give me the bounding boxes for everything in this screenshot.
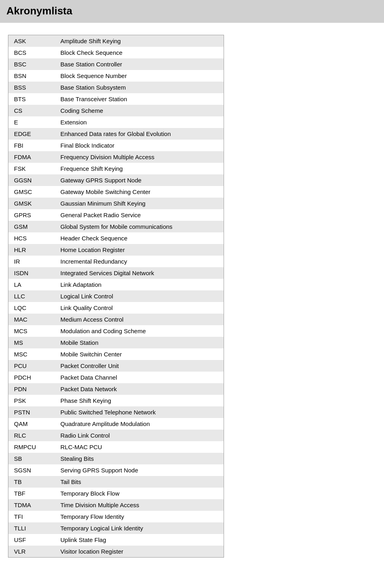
acronym-description: Mobile Station — [56, 337, 224, 348]
acronym-code: QAM — [8, 418, 56, 430]
acronym-code: RMPCU — [8, 441, 56, 453]
acronym-code: BCS — [8, 47, 56, 58]
acronym-description: Block Check Sequence — [56, 47, 224, 58]
table-row: BSNBlock Sequence Number — [8, 70, 224, 82]
table-row: GSMGlobal System for Mobile communicatio… — [8, 221, 224, 232]
acronym-code: PSK — [8, 395, 56, 406]
acronym-description: Packet Data Network — [56, 383, 224, 395]
acronym-code: BTS — [8, 93, 56, 105]
acronym-code: MSC — [8, 348, 56, 360]
acronym-description: Public Switched Telephone Network — [56, 406, 224, 418]
table-row: QAMQuadrature Amplitude Modulation — [8, 418, 224, 430]
acronym-code: PDN — [8, 383, 56, 395]
acronym-code: PCU — [8, 360, 56, 372]
acronym-description: Temporary Block Flow — [56, 488, 224, 499]
table-row: ISDNIntegrated Services Digital Network — [8, 267, 224, 279]
table-row: PDCHPacket Data Channel — [8, 372, 224, 383]
table-row: MCSModulation and Coding Scheme — [8, 325, 224, 337]
acronym-code: CS — [8, 105, 56, 116]
table-row: PSTNPublic Switched Telephone Network — [8, 406, 224, 418]
table-row: LQCLink Quality Control — [8, 302, 224, 314]
acronym-description: Gateway GPRS Support Node — [56, 174, 224, 186]
acronym-code: TLLI — [8, 522, 56, 534]
table-row: TFITemporary Flow Identity — [8, 511, 224, 522]
acronym-code: PDCH — [8, 372, 56, 383]
acronym-description: Phase Shift Keying — [56, 395, 224, 406]
acronym-code: RLC — [8, 430, 56, 441]
table-row: VLRVisitor location Register — [8, 546, 224, 557]
acronym-description: Tail Bits — [56, 476, 224, 488]
acronym-description: Global System for Mobile communications — [56, 221, 224, 232]
acronym-description: Quadrature Amplitude Modulation — [56, 418, 224, 430]
acronym-description: Base Station Subsystem — [56, 82, 224, 93]
table-row: SBStealing Bits — [8, 453, 224, 464]
acronym-description: Amplitude Shift Keying — [56, 35, 224, 47]
table-row: TBFTemporary Block Flow — [8, 488, 224, 499]
acronym-code: ASK — [8, 35, 56, 47]
acronym-code: IR — [8, 256, 56, 267]
acronym-description: Time Division Multiple Access — [56, 499, 224, 511]
table-row: SGSNServing GPRS Support Node — [8, 464, 224, 476]
acronym-description: Header Check Sequence — [56, 232, 224, 244]
page-header: Akronymlista — [0, 0, 384, 23]
acronym-code: MCS — [8, 325, 56, 337]
table-row: MACMedium Access Control — [8, 314, 224, 325]
acronym-code: TB — [8, 476, 56, 488]
table-row: BSCBase Station Controller — [8, 58, 224, 70]
acronym-description: Medium Access Control — [56, 314, 224, 325]
table-row: FSKFrequence Shift Keying — [8, 163, 224, 174]
acronym-code: PSTN — [8, 406, 56, 418]
acronym-code: LA — [8, 279, 56, 290]
acronym-code: BSN — [8, 70, 56, 82]
table-row: TDMATime Division Multiple Access — [8, 499, 224, 511]
table-row: BCSBlock Check Sequence — [8, 47, 224, 58]
acronym-description: Uplink State Flag — [56, 534, 224, 546]
acronym-description: RLC-MAC PCU — [56, 441, 224, 453]
acronym-description: Extension — [56, 116, 224, 128]
table-row: BSSBase Station Subsystem — [8, 82, 224, 93]
acronym-code: BSC — [8, 58, 56, 70]
acronym-description: General Packet Radio Service — [56, 209, 224, 221]
acronym-code: SGSN — [8, 464, 56, 476]
table-row: RLCRadio Link Control — [8, 430, 224, 441]
acronym-code: VLR — [8, 546, 56, 557]
table-row: GGSNGateway GPRS Support Node — [8, 174, 224, 186]
acronym-description: Gateway Mobile Switching Center — [56, 186, 224, 198]
table-row: LALink Adaptation — [8, 279, 224, 290]
table-row: IRIncremental Redundancy — [8, 256, 224, 267]
acronym-description: Modulation and Coding Scheme — [56, 325, 224, 337]
acronym-description: Link Adaptation — [56, 279, 224, 290]
acronym-description: Visitor location Register — [56, 546, 224, 557]
table-row: EDGEEnhanced Data rates for Global Evolu… — [8, 128, 224, 140]
table-row: PCUPacket Controller Unit — [8, 360, 224, 372]
acronym-description: Coding Scheme — [56, 105, 224, 116]
acronym-code: HLR — [8, 244, 56, 256]
table-row: ASKAmplitude Shift Keying — [8, 35, 224, 47]
acronym-code: TFI — [8, 511, 56, 522]
acronym-description: Link Quality Control — [56, 302, 224, 314]
acronym-code: GSM — [8, 221, 56, 232]
acronym-code: EDGE — [8, 128, 56, 140]
acronym-description: Final Block Indicator — [56, 140, 224, 151]
acronym-description: Gaussian Minimum Shift Keying — [56, 198, 224, 209]
acronym-code: ISDN — [8, 267, 56, 279]
acronym-code: MAC — [8, 314, 56, 325]
table-row: USFUplink State Flag — [8, 534, 224, 546]
acronym-code: GMSK — [8, 198, 56, 209]
acronym-code: SB — [8, 453, 56, 464]
table-row: GMSKGaussian Minimum Shift Keying — [8, 198, 224, 209]
acronym-code: FDMA — [8, 151, 56, 163]
acronym-code: LLC — [8, 290, 56, 302]
page-title: Akronymlista — [6, 5, 378, 17]
acronym-description: Base Transceiver Station — [56, 93, 224, 105]
table-row: HLRHome Location Register — [8, 244, 224, 256]
acronym-code: BSS — [8, 82, 56, 93]
acronym-code: HCS — [8, 232, 56, 244]
table-row: TBTail Bits — [8, 476, 224, 488]
acronym-description: Temporary Logical Link Identity — [56, 522, 224, 534]
acronym-code: GGSN — [8, 174, 56, 186]
acronym-code: LQC — [8, 302, 56, 314]
table-row: HCSHeader Check Sequence — [8, 232, 224, 244]
acronym-description: Temporary Flow Identity — [56, 511, 224, 522]
table-row: MSMobile Station — [8, 337, 224, 348]
